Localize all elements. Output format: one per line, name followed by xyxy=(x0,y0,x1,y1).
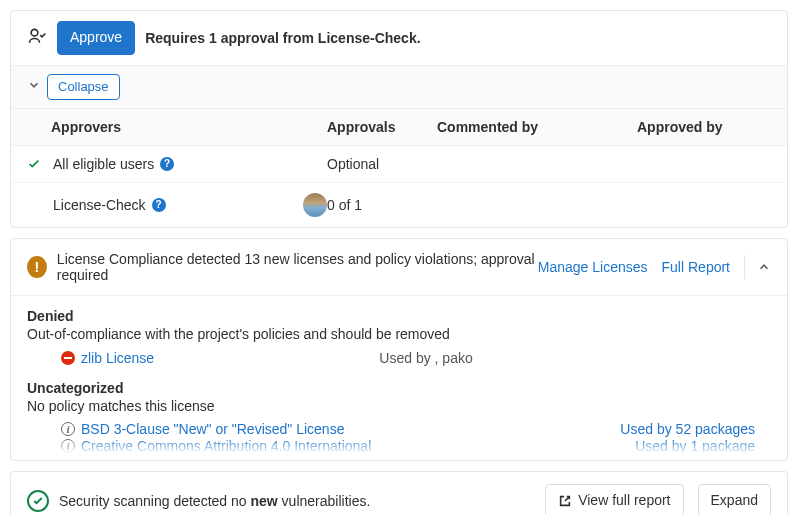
license-used-by-link[interactable]: Used by 1 package xyxy=(635,438,755,454)
chevron-down-icon[interactable] xyxy=(27,78,41,95)
external-link-icon xyxy=(558,494,572,508)
license-summary-text: License Compliance detected 13 new licen… xyxy=(57,251,538,283)
license-item: i Creative Commons Attribution 4.0 Inter… xyxy=(27,437,771,454)
approvals-table-header: Approvers Approvals Commented by Approve… xyxy=(11,108,787,146)
approval-requirement-text: Requires 1 approval from License-Check. xyxy=(145,30,420,46)
approval-rule-row: License-Check ? 0 of 1 xyxy=(11,183,787,227)
help-icon[interactable]: ? xyxy=(160,157,174,171)
rule-name: All eligible users xyxy=(53,156,154,172)
uncategorized-desc: No policy matches this license xyxy=(27,398,771,414)
collapse-button[interactable]: Collapse xyxy=(47,74,120,100)
license-panel-header: ! License Compliance detected 13 new lic… xyxy=(11,239,787,296)
security-summary-text: Security scanning detected no new vulner… xyxy=(59,493,370,509)
warning-icon: ! xyxy=(27,256,47,278)
license-name-link[interactable]: Creative Commons Attribution 4.0 Interna… xyxy=(81,438,635,454)
uncategorized-heading: Uncategorized xyxy=(27,380,771,396)
license-compliance-panel: ! License Compliance detected 13 new lic… xyxy=(10,238,788,461)
help-icon[interactable]: ? xyxy=(152,198,166,212)
info-icon: i xyxy=(61,439,75,453)
view-full-report-button[interactable]: View full report xyxy=(545,484,683,515)
col-header-approvers: Approvers xyxy=(27,119,327,135)
user-check-icon xyxy=(27,26,47,49)
security-scanning-panel: Security scanning detected no new vulner… xyxy=(10,471,788,515)
collapse-row: Collapse xyxy=(11,65,787,108)
license-used-by-link[interactable]: Used by 52 packages xyxy=(620,421,755,437)
denied-icon xyxy=(61,351,75,365)
col-header-approved-by: Approved by xyxy=(637,119,771,135)
full-report-link[interactable]: Full Report xyxy=(662,259,730,275)
approvals-header: Approve Requires 1 approval from License… xyxy=(11,11,787,65)
rule-approvals: Optional xyxy=(327,156,437,172)
license-item: i BSD 3-Clause "New" or "Revised" Licens… xyxy=(27,420,771,437)
manage-licenses-link[interactable]: Manage Licenses xyxy=(538,259,648,275)
col-header-commented-by: Commented by xyxy=(437,119,637,135)
license-details: Denied Out-of-compliance with the projec… xyxy=(11,296,787,454)
avatar[interactable] xyxy=(303,193,327,217)
rule-name: License-Check xyxy=(53,197,146,213)
svg-point-0 xyxy=(31,30,38,37)
approval-rule-row: All eligible users ? Optional xyxy=(11,146,787,183)
license-item: zlib License Used by , pako xyxy=(27,348,771,368)
check-icon xyxy=(27,157,47,171)
col-header-approvals: Approvals xyxy=(327,119,437,135)
uncategorized-list: i BSD 3-Clause "New" or "Revised" Licens… xyxy=(27,420,771,454)
approve-button[interactable]: Approve xyxy=(57,21,135,55)
approvals-panel: Approve Requires 1 approval from License… xyxy=(10,10,788,228)
collapse-toggle[interactable] xyxy=(744,255,771,279)
license-name-link[interactable]: BSD 3-Clause "New" or "Revised" License xyxy=(81,421,620,437)
license-used-by: Used by , pako xyxy=(379,350,472,366)
success-icon xyxy=(27,490,49,512)
denied-desc: Out-of-compliance with the project's pol… xyxy=(27,326,771,342)
expand-button[interactable]: Expand xyxy=(698,484,771,515)
denied-heading: Denied xyxy=(27,308,771,324)
license-name-link[interactable]: zlib License xyxy=(81,350,373,366)
info-icon: i xyxy=(61,422,75,436)
rule-approvals: 0 of 1 xyxy=(327,197,437,213)
